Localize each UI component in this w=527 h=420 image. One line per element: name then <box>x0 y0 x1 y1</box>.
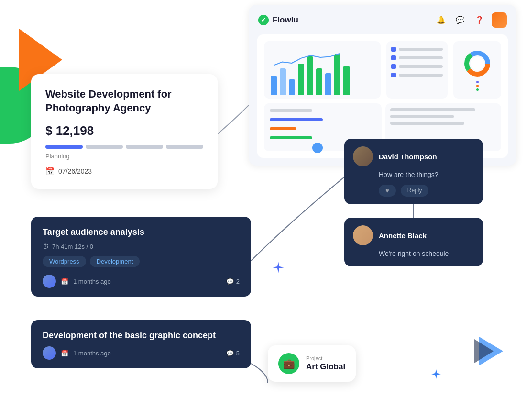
david-name: David Thompson <box>379 153 437 161</box>
svg-point-4 <box>471 57 484 70</box>
table-line-green <box>270 136 312 139</box>
project-amount: $ 12,198 <box>45 123 203 138</box>
bar-2 <box>280 68 286 95</box>
bell-icon[interactable]: 🔔 <box>434 13 448 27</box>
comment-bubble-annette: Annette Black We're right on schedule <box>344 218 483 266</box>
three-dots-menu[interactable] <box>476 81 479 91</box>
comment-actions-david: ♥ Reply <box>379 185 474 197</box>
help-icon[interactable]: ❓ <box>472 13 486 27</box>
list-line-3 <box>399 65 443 68</box>
list-dot-2 <box>391 55 396 60</box>
bar-1 <box>271 76 277 95</box>
table-line-header <box>270 109 312 112</box>
bar-3 <box>289 79 295 95</box>
list-row-2 <box>391 55 443 60</box>
progress-bar-4 <box>166 145 203 149</box>
list-line-1 <box>399 48 443 51</box>
comment-icon-1: 💬 <box>226 278 234 285</box>
arrow-decoration <box>474 332 508 372</box>
flowlu-checkmark-icon: ✓ <box>258 15 269 25</box>
donut-chart <box>463 49 492 78</box>
flowlu-logo: ✓ Flowlu <box>258 15 298 25</box>
date-row: 📅 07/26/2023 <box>45 166 203 176</box>
planning-label: Planning <box>45 153 203 160</box>
sparkle-icon-1 <box>272 261 285 276</box>
bar-9 <box>343 66 350 95</box>
project-date: 07/26/2023 <box>58 167 92 175</box>
art-global-icon: 💼 <box>278 353 299 374</box>
art-global-name: Art Global <box>306 362 345 372</box>
bar-5 <box>307 56 313 95</box>
dashboard-header: ✓ Flowlu 🔔 💬 ❓ <box>257 12 508 28</box>
list-line-4 <box>399 74 443 77</box>
art-global-card[interactable]: 💼 Project Art Global <box>268 345 356 382</box>
empty-line-3 <box>390 122 464 125</box>
reply-label: Reply <box>407 187 422 194</box>
task-tags-1: Wordpress Development <box>43 256 240 267</box>
calendar-icon: 📅 <box>45 166 55 176</box>
bar-7 <box>325 73 331 95</box>
bar-6 <box>316 68 322 95</box>
task-card-2[interactable]: Development of the basic graphic concept… <box>31 320 251 368</box>
dot-3 <box>476 88 479 91</box>
chart-row <box>264 41 501 99</box>
list-dot-1 <box>391 47 396 52</box>
list-dot-4 <box>391 73 396 77</box>
project-title: Website Development for Photography Agen… <box>45 88 203 115</box>
task-avatar-1 <box>43 275 56 288</box>
user-avatar-nav[interactable] <box>492 12 507 28</box>
david-message: How are the things? <box>379 170 474 180</box>
comment-count-1: 2 <box>236 278 240 285</box>
progress-bar-3 <box>126 145 163 149</box>
empty-line-1 <box>390 108 475 111</box>
task-months-ago-2: 1 months ago <box>73 350 111 357</box>
task-footer-2: 📅 1 months ago 💬 5 <box>43 346 240 360</box>
flowlu-name: Flowlu <box>273 15 298 25</box>
comment-icon-2: 💬 <box>226 350 234 357</box>
art-global-label: Project <box>306 355 345 361</box>
avatar-face-1 <box>43 275 56 288</box>
task-avatar-2 <box>43 346 56 360</box>
list-row-4 <box>391 73 443 77</box>
list-dot-3 <box>391 64 396 69</box>
bar-4 <box>298 64 304 95</box>
tag-wordpress: Wordpress <box>43 256 86 267</box>
table-line-orange <box>270 127 296 130</box>
annette-face <box>353 225 373 245</box>
table-line-blue <box>270 118 323 121</box>
reply-button[interactable]: Reply <box>401 185 429 197</box>
sparkle-icon-2 <box>430 368 442 382</box>
task-time-1: ⏱ 7h 41m 12s / 0 <box>43 243 240 250</box>
mini-avatar <box>312 143 323 153</box>
list-row-1 <box>391 47 443 52</box>
task-footer-right-2: 💬 5 <box>226 350 240 357</box>
avatar-face-2 <box>43 346 56 360</box>
chat-icon[interactable]: 💬 <box>453 13 467 27</box>
task-card-1[interactable]: Target audience analysis ⏱ 7h 41m 12s / … <box>31 217 251 297</box>
dot-1 <box>476 81 479 83</box>
progress-bar-2 <box>86 145 123 149</box>
annette-message: We're right on schedule <box>379 249 474 259</box>
comment-header-david: David Thompson <box>353 146 474 166</box>
annette-name: Annette Black <box>379 232 427 240</box>
clock-icon: ⏱ <box>43 243 49 250</box>
empty-line-2 <box>390 115 454 118</box>
project-card: Website Development for Photography Agen… <box>31 74 218 189</box>
task-months-ago-1: 1 months ago <box>73 278 111 285</box>
comment-avatar-annette <box>353 225 373 245</box>
task-date-icon-2: 📅 <box>61 350 68 357</box>
david-face <box>353 146 373 166</box>
comment-header-annette: Annette Black <box>353 225 474 245</box>
nav-icons: 🔔 💬 ❓ <box>434 12 507 28</box>
like-button[interactable]: ♥ <box>379 185 396 197</box>
list-line-2 <box>399 56 443 59</box>
task-date-icon-1: 📅 <box>61 278 68 285</box>
comment-avatar-david <box>353 146 373 166</box>
task-title-2: Development of the basic graphic concept <box>43 331 240 341</box>
art-global-info: Project Art Global <box>306 355 345 372</box>
comment-bubble-david: David Thompson How are the things? ♥ Rep… <box>344 139 483 204</box>
dot-2 <box>476 85 479 87</box>
progress-bars <box>45 145 203 149</box>
task-footer-right-1: 💬 2 <box>226 278 240 285</box>
heart-icon: ♥ <box>385 187 389 194</box>
